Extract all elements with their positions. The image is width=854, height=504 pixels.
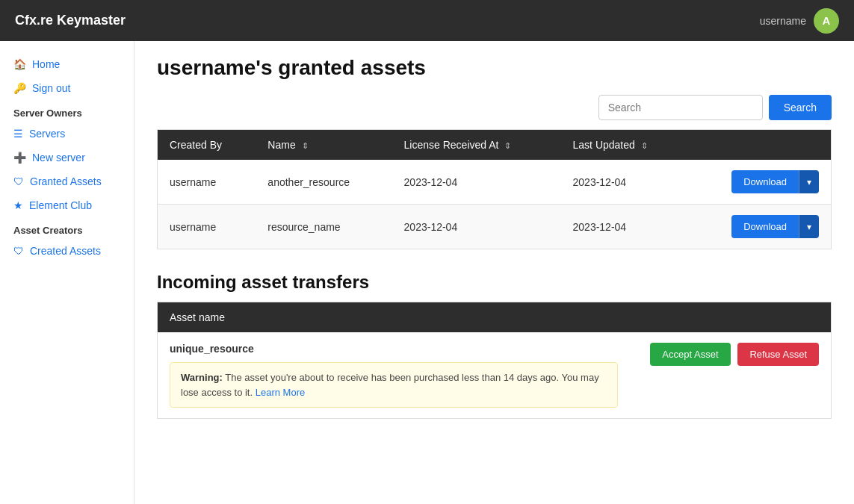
download-dropdown-button[interactable]: ▾ (799, 215, 819, 238)
sidebar-item-home[interactable]: 🏠 Home (0, 52, 134, 76)
sidebar-item-new-server[interactable]: ➕ New server (0, 146, 134, 169)
sort-icon-license[interactable]: ⇕ (504, 141, 511, 150)
cell-download: Download ▾ (687, 205, 831, 249)
download-btn-group: Download ▾ (731, 170, 819, 193)
user-menu: username A (760, 8, 839, 34)
transfers-col-asset-name: Asset name (158, 302, 637, 333)
servers-icon: ☰ (13, 128, 23, 140)
sidebar-item-granted-assets[interactable]: 🛡 Granted Assets (0, 169, 134, 193)
col-actions (687, 130, 831, 161)
table-header-row: Created By Name ⇕ License Received At ⇕ … (158, 130, 832, 161)
download-dropdown-button[interactable]: ▾ (799, 170, 819, 193)
created-assets-icon: 🛡 (13, 245, 24, 257)
table-row: username resource_name 2023-12-04 2023-1… (158, 205, 832, 249)
transfer-actions-cell: Accept Asset Refuse Asset (636, 332, 831, 419)
home-icon: 🏠 (13, 58, 26, 70)
cell-created-by: username (158, 205, 256, 249)
transfer-row: unique_resource Warning: The asset you'r… (158, 332, 832, 419)
sidebar-item-sign-out[interactable]: 🔑 Sign out (0, 76, 134, 100)
sidebar-item-sign-out-label: Sign out (32, 82, 70, 94)
sidebar-item-home-label: Home (32, 58, 60, 70)
sidebar-item-element-club-label: Element Club (29, 199, 92, 211)
learn-more-link[interactable]: Learn More (256, 387, 305, 398)
sort-icon-updated[interactable]: ⇕ (641, 141, 648, 150)
download-button[interactable]: Download (731, 215, 799, 238)
transfers-col-actions-header (636, 302, 831, 333)
sidebar-section-server-owners: Server Owners (0, 100, 134, 122)
incoming-transfers-title: Incoming asset transfers (157, 272, 832, 293)
cell-name: another_resource (256, 160, 392, 205)
warning-text: The asset you're about to receive has be… (181, 372, 599, 398)
sort-icon-name[interactable]: ⇕ (302, 141, 309, 150)
search-row: Search (157, 95, 832, 120)
cell-last-updated: 2023-12-04 (561, 205, 688, 249)
col-license-received-at: License Received At ⇕ (392, 130, 561, 161)
download-btn-group: Download ▾ (731, 215, 819, 238)
sidebar-item-element-club[interactable]: ★ Element Club (0, 193, 134, 217)
col-name: Name ⇕ (256, 130, 392, 161)
sidebar-item-new-server-label: New server (32, 152, 85, 164)
accept-asset-button[interactable]: Accept Asset (650, 343, 730, 366)
sidebar-item-created-assets[interactable]: 🛡 Created Assets (0, 239, 134, 263)
sidebar-section-asset-creators: Asset Creators (0, 217, 134, 239)
granted-assets-icon: 🛡 (13, 175, 24, 187)
cell-license-received-at: 2023-12-04 (392, 205, 561, 249)
col-created-by: Created By (158, 130, 256, 161)
new-server-icon: ➕ (13, 152, 26, 164)
granted-assets-table: Created By Name ⇕ License Received At ⇕ … (157, 129, 832, 249)
incoming-transfers-table: Asset name unique_resource Warning: The … (157, 302, 832, 419)
sidebar-item-servers-label: Servers (29, 128, 65, 140)
search-input[interactable] (598, 95, 763, 120)
sidebar-item-created-assets-label: Created Assets (30, 245, 101, 257)
search-button[interactable]: Search (769, 95, 832, 120)
main-content: username's granted assets Search Created… (134, 41, 854, 504)
cell-license-received-at: 2023-12-04 (392, 160, 561, 205)
warning-box: Warning: The asset you're about to recei… (170, 362, 618, 408)
app-title: Cfx.re Keymaster (15, 13, 126, 28)
sign-out-icon: 🔑 (13, 82, 26, 94)
page-title: username's granted assets (157, 56, 832, 80)
avatar[interactable]: A (814, 8, 839, 34)
sidebar: 🏠 Home 🔑 Sign out Server Owners ☰ Server… (0, 41, 134, 504)
cell-created-by: username (158, 160, 256, 205)
cell-last-updated: 2023-12-04 (561, 160, 688, 205)
warning-label: Warning: (181, 372, 223, 383)
app-header: Cfx.re Keymaster username A (0, 0, 854, 41)
sidebar-item-servers[interactable]: ☰ Servers (0, 122, 134, 146)
cell-name: resource_name (256, 205, 392, 249)
sidebar-item-granted-assets-label: Granted Assets (30, 175, 102, 187)
element-club-icon: ★ (13, 199, 23, 211)
download-button[interactable]: Download (731, 170, 799, 193)
header-username: username (760, 15, 806, 27)
transfers-header-row: Asset name (158, 302, 832, 333)
table-row: username another_resource 2023-12-04 202… (158, 160, 832, 205)
col-last-updated: Last Updated ⇕ (561, 130, 688, 161)
refuse-asset-button[interactable]: Refuse Asset (737, 343, 819, 366)
transfer-asset-name: unique_resource (170, 343, 624, 355)
cell-download: Download ▾ (687, 160, 831, 205)
transfer-asset-cell: unique_resource Warning: The asset you'r… (158, 332, 637, 419)
